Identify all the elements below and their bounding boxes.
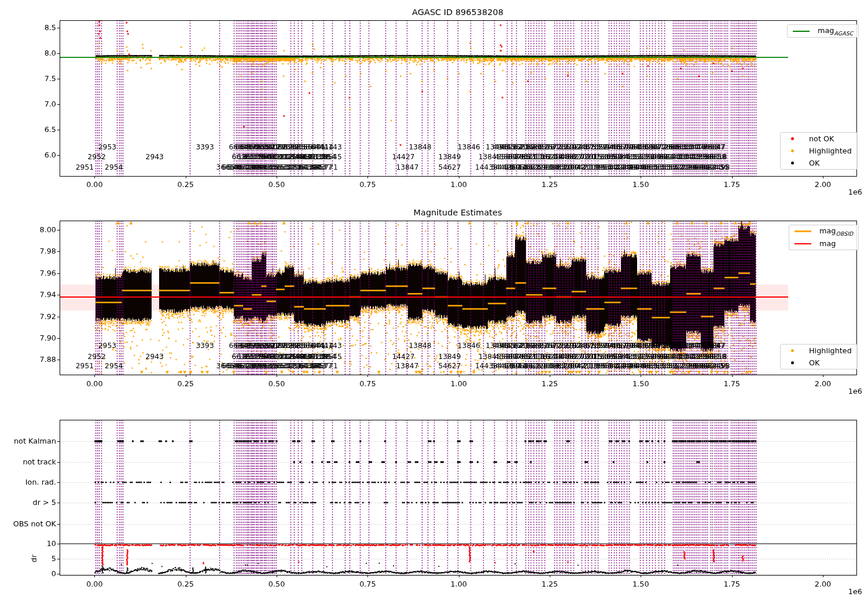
obsid-label: 2953 [98, 342, 116, 350]
dr-tick-label: 5 [52, 554, 56, 563]
xtick-label-middle: 0.50 [269, 379, 285, 388]
obsid-label: 47 [716, 143, 725, 151]
obsid-label: 13849 [438, 353, 461, 361]
xtick-label-middle: 0.75 [359, 379, 376, 388]
legend-mag-agasc: magAGASC [787, 24, 859, 38]
obsid-label: 55 [720, 163, 729, 171]
xtick-label-middle: 1.75 [723, 379, 740, 388]
xtick-label-bottom: 1.25 [542, 580, 558, 588]
obsid-label: 2953 [98, 143, 116, 151]
legend-label: magAGASC [818, 26, 853, 36]
xtick-label-middle: 1.50 [632, 379, 649, 388]
obsid-label: 2952 [88, 353, 106, 361]
legend-item-mag-obsid: magOBSID [789, 225, 858, 237]
xtick-label-top: 1.25 [542, 180, 558, 189]
obsid-label: 54627 [438, 163, 461, 171]
obsid-label: 2943 [146, 153, 164, 161]
top-ytick-label: 6.5 [45, 125, 56, 134]
obsid-label: 14427 [392, 353, 414, 361]
obsid-label: 85771 [315, 163, 338, 171]
obsid-label: 47 [716, 342, 725, 350]
top-ytick-label: 8.5 [45, 23, 56, 32]
xtick-label-bottom: 0.00 [86, 580, 103, 588]
xtick-label-top: 0.00 [86, 180, 103, 189]
orange-dot-swatch [791, 149, 794, 152]
obsid-label: 54627 [438, 362, 461, 370]
figure-canvas [0, 0, 868, 608]
green-line-swatch [793, 31, 810, 32]
legend-label: Highlighted [809, 346, 852, 355]
legend-item-ok: OK [781, 357, 857, 369]
obsid-label: 85771 [315, 362, 338, 370]
black-dot-swatch [791, 162, 794, 164]
orange-dot-swatch [791, 349, 794, 352]
xtick-label-middle: 0.00 [86, 379, 103, 388]
mid-ytick-label: 8.00 [40, 225, 57, 234]
xtick-label-top: 0.25 [177, 180, 194, 189]
dr-axis-label: dr [30, 555, 38, 562]
figure: AGASC ID 896538208 Magnitude Estimates m… [0, 0, 868, 608]
xtick-label-middle: 2.00 [815, 379, 832, 388]
legend-item-not-ok: not OK [781, 133, 857, 145]
red-dot-swatch [791, 137, 794, 140]
obsid-label: 2951 [76, 163, 94, 171]
legend-item-mag-agasc: magAGASC [788, 25, 858, 37]
dr-tick-label: 10 [47, 539, 56, 548]
xtick-label-top: 1.75 [723, 180, 740, 189]
obsid-label: 13847 [396, 163, 418, 171]
xtick-label-bottom: 1.00 [450, 580, 467, 588]
obsid-label: 13848 [409, 143, 431, 151]
xtick-label-bottom: 2.00 [815, 580, 832, 588]
legend-label: mag [819, 239, 836, 248]
xtick-label-top: 2.00 [815, 180, 832, 189]
legend-label: magOBSID [819, 226, 853, 237]
xtick-label-middle: 1.00 [450, 379, 467, 388]
obsid-label: 2954 [105, 163, 123, 171]
top-ytick-label: 7.0 [45, 100, 56, 108]
dr-tick-label: 0 [52, 569, 56, 578]
xtick-label-top: 0.50 [269, 180, 285, 189]
xtick-label-bottom: 1.50 [632, 580, 649, 588]
flag-row-label: OBS not OK [13, 519, 56, 528]
axis-offset-label: 1e6 [848, 387, 862, 395]
top-ytick-label: 7.5 [45, 74, 56, 83]
axis-offset-label: 1e6 [848, 188, 862, 196]
legend-status-mid: Highlighted OK [780, 344, 858, 369]
xtick-label-middle: 0.25 [177, 379, 194, 388]
obsid-label: 38545 [319, 353, 342, 361]
obsid-label: 13846 [458, 342, 480, 350]
orange-line-swatch [795, 230, 811, 232]
xtick-label-bottom: 1.75 [723, 580, 740, 588]
legend-status: not OK Highlighted OK [780, 132, 858, 170]
mid-ytick-label: 7.96 [40, 269, 57, 277]
flag-row-label: dr > 5 [33, 498, 56, 507]
legend-item-highlighted: Highlighted [781, 145, 857, 157]
legend-item-highlighted: Highlighted [781, 345, 857, 357]
mid-ytick-label: 7.92 [40, 312, 57, 321]
legend-label: OK [809, 159, 819, 167]
obsid-label: 13847 [396, 362, 418, 370]
flag-row-label: not track [23, 457, 56, 466]
obsid-label: 38545 [319, 153, 342, 161]
xtick-label-bottom: 0.25 [177, 580, 194, 588]
obsid-label: 44143 [319, 342, 342, 350]
xtick-label-top: 1.00 [450, 180, 467, 189]
top-ytick-label: 8.0 [45, 49, 56, 57]
obsid-label: 58 [717, 153, 726, 161]
xtick-label-bottom: 0.75 [359, 580, 376, 588]
xtick-label-bottom: 0.50 [269, 580, 285, 588]
axis-offset-label: 1e6 [848, 587, 862, 596]
obsid-label: 14427 [392, 153, 414, 161]
obsid-label: 55 [720, 362, 729, 370]
xtick-label-top: 1.50 [632, 180, 649, 189]
middle-panel-title: Magnitude Estimates [413, 208, 502, 217]
mid-ytick-label: 7.94 [40, 290, 57, 299]
obsid-label: 2952 [88, 153, 106, 161]
obsid-label: 2954 [105, 362, 123, 370]
legend-item-ok: OK [781, 157, 857, 169]
obsid-label: 2951 [76, 362, 94, 370]
legend-label: OK [809, 358, 819, 367]
obsid-label: 13846 [458, 143, 480, 151]
obsid-label: 3393 [196, 342, 214, 350]
flag-row-label: not Kalman [14, 437, 56, 445]
